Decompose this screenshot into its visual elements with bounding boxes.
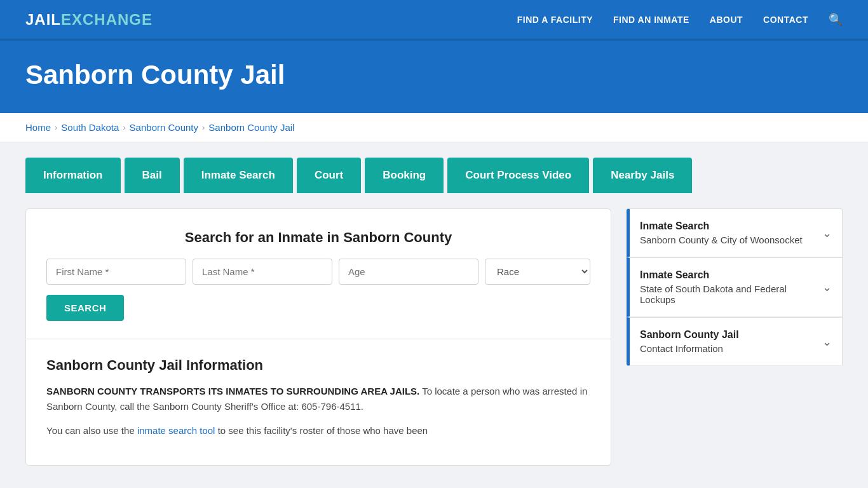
nav-about[interactable]: ABOUT: [710, 15, 743, 25]
info-paragraph-1: SANBORN COUNTY TRANSPORTS ITS INMATES TO…: [46, 384, 590, 414]
search-icon[interactable]: 🔍: [829, 13, 843, 27]
breadcrumb-sep-3: ›: [202, 123, 205, 132]
sidebar-item-subtitle-1: Sanborn County & City of Woonsocket: [640, 234, 803, 245]
nav-find-inmate[interactable]: FIND AN INMATE: [613, 15, 689, 25]
info-title: Sanborn County Jail Information: [46, 357, 590, 374]
inmate-search-link[interactable]: inmate search tool: [137, 425, 215, 436]
tab-bail[interactable]: Bail: [125, 158, 180, 193]
site-logo[interactable]: JAILEXCHANGE: [25, 11, 153, 29]
page-title: Sanborn County Jail: [25, 60, 843, 90]
tab-court-process-video[interactable]: Court Process Video: [447, 158, 589, 193]
sidebar-item-title-3: Sanborn County Jail: [640, 329, 739, 341]
left-column: Search for an Inmate in Sanborn County R…: [25, 208, 611, 466]
tab-booking[interactable]: Booking: [365, 158, 444, 193]
race-select[interactable]: Race White Black Hispanic Asian Other: [485, 259, 590, 285]
breadcrumb-sep-1: ›: [55, 123, 57, 132]
sidebar-card-text-1: Inmate Search Sanborn County & City of W…: [640, 220, 803, 245]
info-paragraph-2: You can also use the inmate search tool …: [46, 423, 590, 438]
main-nav: FIND A FACILITY FIND AN INMATE ABOUT CON…: [517, 13, 843, 27]
sidebar-item-title-2: Inmate Search: [640, 269, 815, 281]
breadcrumb-sanborn-county[interactable]: Sanborn County: [130, 122, 198, 133]
breadcrumb-south-dakota[interactable]: South Dakota: [61, 122, 119, 133]
chevron-down-icon-1: ⌄: [822, 226, 832, 240]
breadcrumb-sep-2: ›: [123, 123, 125, 132]
nav-contact[interactable]: CONTACT: [763, 15, 808, 25]
main-content: Search for an Inmate in Sanborn County R…: [0, 193, 868, 488]
sidebar-card-text-3: Sanborn County Jail Contact Information: [640, 329, 739, 354]
site-header: JAILEXCHANGE FIND A FACILITY FIND AN INM…: [0, 0, 868, 41]
sidebar-item-inmate-search-state[interactable]: Inmate Search State of South Dakota and …: [627, 257, 843, 317]
sidebar-card-text-2: Inmate Search State of South Dakota and …: [640, 269, 815, 305]
sidebar-item-contact[interactable]: Sanborn County Jail Contact Information …: [627, 317, 843, 366]
breadcrumb-home[interactable]: Home: [25, 122, 51, 133]
first-name-input[interactable]: [46, 259, 186, 285]
chevron-down-icon-3: ⌄: [822, 335, 832, 349]
tab-nearby-jails[interactable]: Nearby Jails: [593, 158, 692, 193]
search-card: Search for an Inmate in Sanborn County R…: [25, 208, 611, 339]
breadcrumb-bar: Home › South Dakota › Sanborn County › S…: [0, 113, 868, 142]
breadcrumb: Home › South Dakota › Sanborn County › S…: [25, 122, 843, 133]
tab-information[interactable]: Information: [25, 158, 121, 193]
info-text-2: You can also use the: [46, 425, 137, 436]
right-sidebar: Inmate Search Sanborn County & City of W…: [627, 208, 843, 366]
info-bold: SANBORN COUNTY TRANSPORTS ITS INMATES TO…: [46, 386, 419, 396]
search-inputs: Race White Black Hispanic Asian Other: [46, 259, 590, 285]
tab-inmate-search[interactable]: Inmate Search: [184, 158, 293, 193]
hero-section: Sanborn County Jail: [0, 41, 868, 113]
search-title: Search for an Inmate in Sanborn County: [46, 229, 590, 246]
logo-exchange: EXCHANGE: [61, 11, 153, 29]
breadcrumb-sanborn-county-jail[interactable]: Sanborn County Jail: [208, 122, 294, 133]
logo-jail: JAIL: [25, 11, 61, 29]
tabs-bar: Information Bail Inmate Search Court Boo…: [0, 142, 868, 193]
info-text-3: to see this facility's roster of those w…: [215, 425, 428, 436]
search-button[interactable]: SEARCH: [46, 295, 124, 321]
info-card: Sanborn County Jail Information SANBORN …: [25, 339, 611, 466]
age-input[interactable]: [339, 259, 478, 285]
tab-court[interactable]: Court: [297, 158, 361, 193]
sidebar-item-subtitle-3: Contact Information: [640, 343, 739, 354]
nav-find-facility[interactable]: FIND A FACILITY: [517, 15, 593, 25]
sidebar-item-inmate-search-local[interactable]: Inmate Search Sanborn County & City of W…: [627, 208, 843, 257]
last-name-input[interactable]: [193, 259, 332, 285]
sidebar-item-subtitle-2: State of South Dakota and Federal Lockup…: [640, 283, 815, 305]
chevron-down-icon-2: ⌄: [822, 280, 832, 294]
sidebar-item-title-1: Inmate Search: [640, 220, 803, 232]
